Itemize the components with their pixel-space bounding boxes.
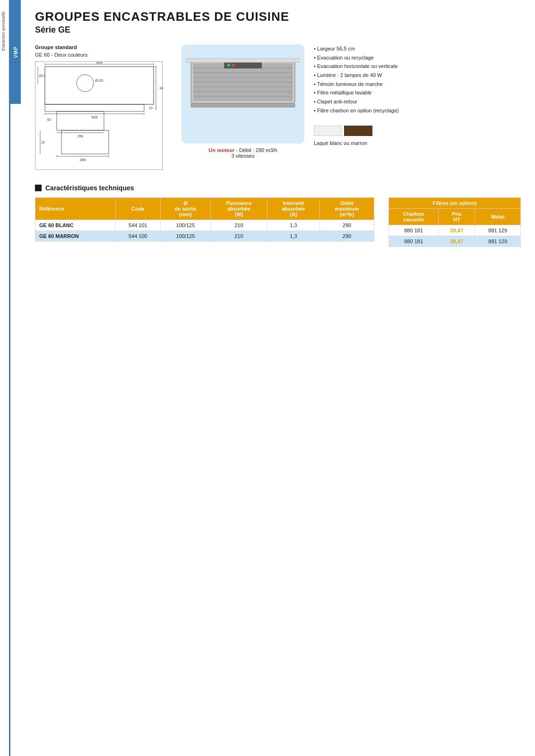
feature-item: Filtre charbon en option (recyclage) <box>314 106 521 115</box>
th-code: Code <box>115 198 161 220</box>
svg-rect-0 <box>45 67 154 104</box>
filters-table: Filtres (en option) Charboncassette Prix… <box>388 197 521 247</box>
diagram-box: 494 Ø125 184 35,5 <box>35 61 163 170</box>
svg-text:286: 286 <box>79 158 86 162</box>
swatch-label: Laqué blanc ou marron <box>314 140 367 146</box>
svg-text:15: 15 <box>41 141 45 144</box>
svg-point-40 <box>227 64 230 67</box>
th-debit: Débitmaximum(m³/h) <box>319 198 374 220</box>
cell-puiss-2: 210 <box>210 231 267 242</box>
cell-code-1: 544 101 <box>115 220 161 231</box>
cell-int-2: 1,3 <box>268 231 320 242</box>
svg-point-41 <box>232 64 235 67</box>
group-sublabel: GE 60 - Deux couleurs <box>35 52 172 58</box>
table-row: GE 60 BLANC 544 101 100/125 210 1,3 290 <box>35 220 374 231</box>
svg-rect-13 <box>45 104 144 111</box>
th-puissance: Puissanceabsorbée(W) <box>210 198 267 220</box>
svg-rect-43 <box>186 59 300 62</box>
product-center: Un moteur - Débit : 290 m3/h 3 vitesses <box>181 44 304 159</box>
product-left: Groupe standard GE 60 - Deux couleurs 49… <box>35 44 172 170</box>
svg-rect-19 <box>57 111 104 130</box>
cell-int-1: 1,3 <box>268 220 320 231</box>
cell-metal-1: 881 129 <box>475 225 521 236</box>
swatch-white <box>314 126 342 136</box>
th-filtres-span: Filtres (en option) <box>389 198 521 209</box>
sidebar-extraction-label: Extraction ponctuelle <box>0 9 10 53</box>
feature-item: Filtre métallique lavable <box>314 88 521 97</box>
motor-info: Un moteur - Débit : 290 m3/h 3 vitesses <box>208 147 277 159</box>
group-label: Groupe standard <box>35 44 172 50</box>
cell-ref-2: GE 60 MARRON <box>35 231 116 242</box>
svg-text:60: 60 <box>47 118 51 121</box>
th-metal: Métal <box>475 209 521 225</box>
features-list: Largeur 56,5 cmEvacuation ou recyclageEv… <box>314 44 521 115</box>
main-table: Référence Code Øde sortie(mm) Puissancea… <box>35 197 374 242</box>
motor-highlight: Un moteur <box>208 147 234 153</box>
svg-text:565: 565 <box>91 115 98 119</box>
feature-item: Evacuation ou recyclage <box>314 53 521 62</box>
feature-item: Clapet anti-retour <box>314 97 521 106</box>
cell-prix-2: 20,47 <box>439 236 475 247</box>
th-diameter: Øde sortie(mm) <box>161 198 211 220</box>
th-reference: Référence <box>35 198 116 220</box>
cell-prix-1: 20,47 <box>439 225 475 236</box>
color-samples: Laqué blanc ou marron <box>314 126 521 146</box>
sidebar-vmp-label: VMP <box>13 46 18 58</box>
cell-charbon-2: 880 181 <box>389 236 439 247</box>
svg-text:35,5: 35,5 <box>39 74 45 77</box>
svg-rect-42 <box>191 103 295 107</box>
motor-info-line2: 3 vitesses <box>232 153 255 159</box>
caract-title-square <box>35 185 42 191</box>
tables-row: Référence Code Øde sortie(mm) Puissancea… <box>35 197 521 247</box>
filter-row: 880 181 20,47 881 129 <box>389 236 521 247</box>
color-swatches <box>314 126 372 136</box>
svg-text:256: 256 <box>78 135 83 138</box>
th-intensite: Intensitéabsorbée(A) <box>268 198 320 220</box>
cell-debit-2: 290 <box>319 231 374 242</box>
svg-text:Ø125: Ø125 <box>95 79 103 82</box>
table-row: GE 60 MARRON 544 100 100/125 210 1,3 290 <box>35 231 374 242</box>
feature-item: Evacuation horizontale ou verticale <box>314 62 521 71</box>
th-prix: PrixHT <box>439 209 475 225</box>
cell-ref-1: GE 60 BLANC <box>35 220 116 231</box>
svg-rect-23 <box>61 130 109 154</box>
svg-text:494: 494 <box>96 62 103 65</box>
feature-item: Largeur 56,5 cm <box>314 44 521 53</box>
hood-svg <box>186 51 300 136</box>
cell-diam-1: 100/125 <box>161 220 211 231</box>
cell-debit-1: 290 <box>319 220 374 231</box>
swatch-brown <box>344 126 372 136</box>
motor-info-rest: - Débit : 290 m3/h <box>234 147 277 153</box>
cell-diam-2: 100/125 <box>161 231 211 242</box>
feature-item: Témoin lumineux de marche <box>314 80 521 89</box>
sidebar-left: Extraction ponctuelle <box>0 0 10 756</box>
caract-title-text: Caractéristiques techniques <box>45 184 134 192</box>
main-content: GROUPES ENCASTRABLES DE CUISINE Série GE… <box>21 0 535 256</box>
feature-item: Lumière : 2 lampes de 40 W <box>314 71 521 80</box>
product-right: Largeur 56,5 cmEvacuation ou recyclageEv… <box>314 44 521 146</box>
product-image-box <box>181 44 304 144</box>
diagram-svg: 494 Ø125 184 35,5 <box>35 62 163 170</box>
caract-section: Caractéristiques techniques Référence Co… <box>35 184 521 247</box>
cell-charbon-1: 880 181 <box>389 225 439 236</box>
filter-row: 880 181 20,47 881 129 <box>389 225 521 236</box>
th-charbon: Charboncassette <box>389 209 439 225</box>
cell-puiss-1: 210 <box>210 220 267 231</box>
sidebar-vmp: VMP <box>10 0 21 104</box>
cell-code-2: 544 100 <box>115 231 161 242</box>
product-section: Groupe standard GE 60 - Deux couleurs 49… <box>35 44 521 170</box>
page-title: GROUPES ENCASTRABLES DE CUISINE <box>35 9 521 24</box>
page-subtitle: Série GE <box>35 25 521 35</box>
svg-text:184: 184 <box>159 86 163 90</box>
caract-title: Caractéristiques techniques <box>35 184 521 192</box>
svg-text:13: 13 <box>149 106 153 110</box>
svg-point-5 <box>77 75 94 92</box>
cell-metal-2: 881 129 <box>475 236 521 247</box>
